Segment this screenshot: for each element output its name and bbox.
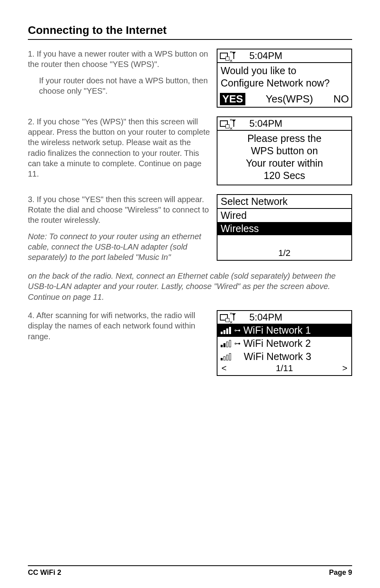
wifi-row-1[interactable]: ⊶ WiFi Network 1 — [217, 324, 351, 337]
signal-medium-icon — [221, 340, 231, 347]
signal-strong-icon — [221, 327, 231, 334]
wps-line-1: Please press the — [221, 132, 348, 145]
page-footer: CC WiFi 2 Page 9 — [28, 565, 352, 577]
select-network-title: Select Network — [217, 195, 351, 209]
screen-wps-prompt: 5:04PM Please press the WPS button on Yo… — [217, 116, 352, 185]
prompt-line-2: Configure Network now? — [221, 77, 348, 89]
note-left: Note: To connect to your router using an… — [28, 231, 210, 263]
step4-text: 4. After scanning for wifi networks, the… — [28, 310, 210, 342]
footer-left: CC WiFi 2 — [28, 568, 61, 577]
pager: 1/2 — [217, 246, 351, 260]
wifi-name-3: WiFi Network 3 — [244, 351, 311, 362]
signal-weak-icon — [221, 353, 231, 360]
step1-subtext: If your router does not have a WPS butto… — [28, 75, 210, 96]
ethernet-disconnected-icon — [220, 314, 228, 321]
prompt-line-1: Would you like to — [221, 65, 348, 77]
option-no[interactable]: NO — [333, 93, 349, 105]
step3-text: 3. If you chose "YES" then this screen w… — [28, 194, 210, 226]
screen-wifi-list: 5:04PM ⊶ WiFi Network 1 ⊶ WiFi Network 2… — [217, 310, 352, 376]
wps-line-4: 120 Secs — [221, 169, 348, 182]
lock-icon: ⊶ — [234, 340, 240, 347]
note-full: on the back of the radio. Next, connect … — [28, 271, 352, 302]
status-time: 5:04PM — [249, 118, 282, 129]
antenna-off-icon — [233, 314, 234, 321]
option-yes-wps[interactable]: Yes(WPS) — [266, 93, 313, 105]
option-yes[interactable]: YES — [220, 93, 245, 105]
page-heading: Connecting to the Internet — [28, 24, 352, 37]
wps-line-2: WPS button on — [221, 145, 348, 157]
wifi-row-3[interactable]: WiFi Network 3 — [217, 350, 351, 363]
wps-line-3: Your router within — [221, 157, 348, 169]
step2-text: 2. If you chose "Yes (WPS)" then this sc… — [28, 116, 210, 179]
network-option-wired[interactable]: Wired — [217, 209, 351, 222]
pager-left[interactable]: < — [221, 363, 227, 374]
ethernet-disconnected-icon — [220, 53, 228, 59]
wifi-row-2[interactable]: ⊶ WiFi Network 2 — [217, 337, 351, 350]
empty-row — [217, 235, 351, 246]
antenna-off-icon — [233, 53, 234, 59]
network-option-wireless[interactable]: Wireless — [217, 222, 351, 235]
pager-right[interactable]: > — [342, 363, 347, 374]
screen-configure-network: 5:04PM Would you like to Configure Netwo… — [217, 49, 352, 108]
heading-rule — [28, 39, 352, 40]
antenna-off-icon — [233, 120, 234, 127]
lock-icon: ⊶ — [234, 326, 240, 334]
wifi-name-2: WiFi Network 2 — [243, 338, 311, 349]
status-time: 5:04PM — [249, 312, 282, 323]
status-time: 5:04PM — [249, 50, 282, 61]
footer-right: Page 9 — [329, 568, 352, 577]
wifi-name-1: WiFi Network 1 — [243, 324, 311, 336]
step1-text: 1. If you have a newer router with a WPS… — [28, 49, 210, 70]
screen-select-network: Select Network Wired Wireless 1/2 — [217, 194, 352, 261]
ethernet-disconnected-icon — [220, 120, 228, 127]
pager-pos: 1/11 — [276, 363, 293, 374]
